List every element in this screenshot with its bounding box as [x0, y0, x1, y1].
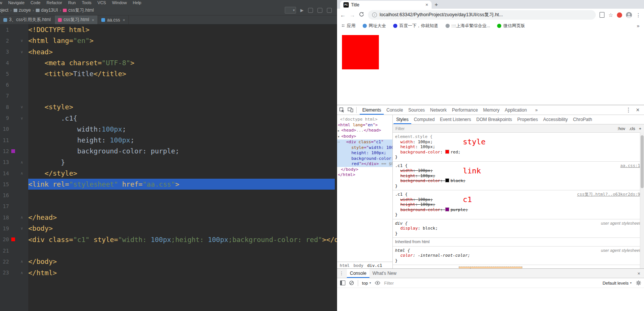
settings-icon[interactable] [327, 8, 332, 13]
menu-item-run[interactable]: Run [68, 0, 76, 5]
more-tabs-icon[interactable]: » [533, 105, 540, 115]
styles-filter-input[interactable]: Filter [395, 126, 613, 131]
bookmark-item[interactable]: 百度一下，你就知道 [393, 23, 438, 29]
drawer-close-icon[interactable]: × [637, 271, 642, 276]
editor-tab[interactable]: css复习.html× [55, 15, 98, 24]
editor-line[interactable]: 6 [0, 79, 337, 90]
styles-toggle[interactable]: :hov [617, 126, 625, 131]
breadcrumb-item[interactable]: css复习.html [63, 7, 94, 14]
run-config-dropdown[interactable]: ▾ [285, 7, 296, 14]
styles-tab-dom-breakpoints[interactable]: DOM Breakpoints [474, 115, 515, 124]
fold-icon[interactable]: ∧ [19, 160, 25, 164]
menu-item-view[interactable]: View [0, 0, 2, 5]
devtools-tab-application[interactable]: Application [502, 105, 530, 115]
log-levels-dropdown[interactable]: Default levels ▾ [603, 281, 632, 285]
styles-tab-computed[interactable]: Computed [411, 115, 437, 124]
fold-icon[interactable]: ∧ [19, 171, 25, 175]
editor-line[interactable]: 3∨<head> [0, 46, 337, 57]
devtools-menu-icon[interactable]: ⋮ [626, 106, 632, 113]
code-area[interactable]: 1<!DOCTYPE html>2∨<html lang="en">3∨<hea… [0, 24, 337, 278]
editor-line[interactable]: 22∧</body> [0, 256, 337, 267]
menu-item-window[interactable]: Window [112, 0, 127, 5]
editor-line[interactable]: 18∧</head> [0, 212, 337, 223]
dom-tree[interactable]: <!doctype html><html lang="en">▶<head>..… [337, 115, 392, 178]
editor-line[interactable]: 4 <meta charset="UTF-8"> [0, 57, 337, 68]
editor-line[interactable]: 21 [0, 245, 337, 256]
styles-tab-chropath[interactable]: ChroPath [571, 115, 595, 124]
editor-line[interactable]: 23∧</html> [0, 267, 337, 278]
styles-toggle[interactable]: .cls [629, 126, 635, 131]
drawer-menu-icon[interactable]: ⋮ [339, 271, 344, 276]
color-swatch[interactable] [445, 207, 449, 211]
dom-tree-node[interactable]: </html> [337, 172, 392, 178]
editor-line[interactable]: 17 [0, 201, 337, 212]
editor-line[interactable]: 19∨<body> [0, 223, 337, 234]
dom-tree-node[interactable]: <html lang="en"> [337, 123, 392, 128]
fold-icon[interactable]: ∨ [19, 50, 25, 54]
bookmark-item[interactable]: 应用 [342, 23, 356, 29]
breadcrumb-item[interactable]: day13UI [36, 8, 58, 13]
breadcrumb-item[interactable]: Project [0, 8, 8, 13]
editor-line[interactable]: 9∨ .c1{ [0, 112, 337, 123]
menu-item-vcs[interactable]: VCS [98, 0, 106, 5]
devtools-tab-memory[interactable]: Memory [481, 105, 502, 115]
profile-avatar[interactable] [626, 12, 632, 18]
bookmark-item[interactable]: ::::上海卓繁综合业... [446, 23, 490, 29]
dom-tree-node[interactable]: </body> [337, 167, 392, 173]
inspect-element-icon[interactable] [339, 107, 345, 113]
dom-tree-node[interactable]: <!doctype html> [337, 117, 392, 123]
node-overflow-icon[interactable]: ⋯ [337, 139, 340, 145]
debug-icon[interactable] [308, 8, 313, 13]
css-property[interactable]: height: 100px; [395, 173, 642, 179]
address-bar[interactable]: i localhost:63342/PythonProject/zuoye/da… [368, 10, 596, 20]
console-settings-gear-icon[interactable] [636, 280, 641, 285]
device-toolbar-icon[interactable] [348, 107, 353, 112]
devtools-tab-elements[interactable]: Elements [360, 105, 384, 115]
fold-icon[interactable]: ∨ [19, 226, 25, 230]
editor-tab[interactable]: 3、css引用关系.html [0, 15, 55, 24]
breadcrumb-node[interactable]: body [354, 263, 364, 268]
editor-line[interactable]: 16 [0, 190, 337, 201]
editor-line[interactable]: 15<link rel="stylesheet" href="aa.css"> [0, 179, 337, 190]
color-swatch[interactable] [445, 178, 449, 182]
editor-line[interactable]: 1<!DOCTYPE html> [0, 24, 337, 35]
browser-tab[interactable]: PC Title × [340, 1, 432, 9]
bookmarks-overflow-icon[interactable]: » [637, 23, 639, 29]
menu-item-help[interactable]: Help [133, 0, 142, 5]
editor-line[interactable]: 8∨ <style> [0, 101, 337, 112]
back-button[interactable]: ← [340, 12, 346, 18]
stylesheet-link[interactable]: css复习.html?..o63kor2ds:9 [577, 192, 640, 197]
css-property[interactable]: width: 100px; [395, 197, 642, 202]
editor-line[interactable]: 7 [0, 90, 337, 101]
styles-scrollbar[interactable] [640, 132, 644, 269]
dom-tree-node[interactable]: style="width: 100px; [337, 145, 392, 151]
browser-menu-icon[interactable]: ⋮ [636, 12, 641, 18]
collapse-arrow-icon[interactable]: ▼ [338, 134, 341, 140]
console-sidebar-icon[interactable] [340, 280, 345, 285]
close-tab-icon[interactable]: × [425, 2, 428, 8]
css-property[interactable]: width: 100px; [395, 168, 642, 173]
breadcrumb-item[interactable]: zuoye [14, 8, 31, 13]
styles-toggle[interactable]: + [639, 126, 641, 131]
dom-tree-node[interactable]: ⋯<div class="c1" [337, 139, 392, 145]
new-tab-button[interactable]: + [435, 1, 438, 8]
expand-arrow-icon[interactable]: ▶ [338, 128, 341, 134]
styles-tab-event-listeners[interactable]: Event Listeners [437, 115, 474, 124]
menu-item-tools[interactable]: Tools [82, 0, 92, 5]
breadcrumb-node[interactable]: html [340, 263, 350, 268]
drawer-tab-what-s-new[interactable]: What's New [369, 269, 400, 278]
css-property[interactable]: color: -internal-root-color; [395, 253, 642, 258]
fold-icon[interactable]: ∧ [19, 259, 25, 264]
css-property[interactable]: width: 100px; [395, 139, 642, 145]
editor-line[interactable]: 13∧ } [0, 157, 337, 168]
fold-icon[interactable]: ∧ [19, 215, 25, 219]
dom-tree-node[interactable]: height: 100px; [337, 150, 392, 156]
css-property[interactable]: display: block; [395, 226, 642, 231]
drawer-tab-console[interactable]: Console [347, 269, 369, 278]
bookmark-star-icon[interactable]: ☆ [608, 12, 613, 18]
editor-line[interactable]: 10 width:100px; [0, 124, 337, 135]
clear-console-icon[interactable] [349, 280, 354, 285]
styles-tab-properties[interactable]: Properties [514, 115, 540, 124]
rule-selector[interactable]: .c1 { [395, 163, 642, 169]
dom-tree-node[interactable]: ▼<body> [337, 134, 392, 140]
